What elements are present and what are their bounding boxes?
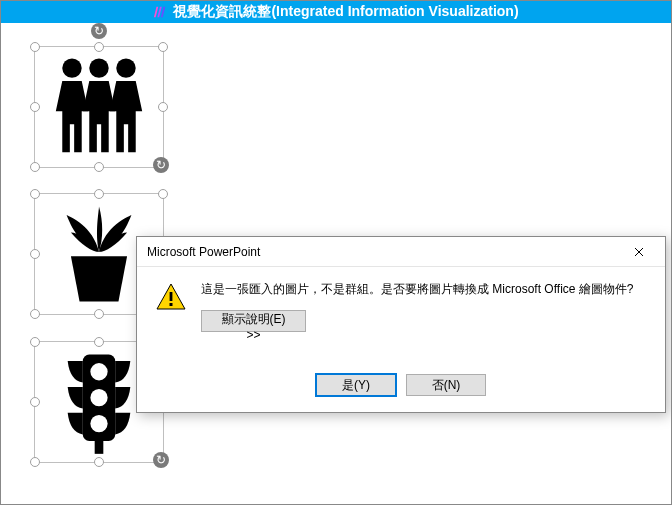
dialog-title: Microsoft PowerPoint: [147, 245, 260, 259]
svg-rect-7: [95, 441, 104, 454]
resize-handle[interactable]: [30, 102, 40, 112]
warning-icon: [155, 281, 187, 313]
dialog-footer: 是(Y) 否(N): [137, 364, 665, 412]
dialog-body: 這是一張匯入的圖片，不是群組。是否要將圖片轉換成 Microsoft Offic…: [137, 267, 665, 364]
no-button[interactable]: 否(N): [406, 374, 486, 396]
resize-handle[interactable]: [94, 457, 104, 467]
svg-point-2: [116, 58, 135, 77]
resize-handle[interactable]: [30, 397, 40, 407]
resize-handle[interactable]: [30, 249, 40, 259]
svg-point-4: [90, 363, 107, 380]
slide-title: 視覺化資訊統整(Integrated Information Visualiza…: [173, 3, 518, 21]
resize-handle[interactable]: [30, 42, 40, 52]
resize-handle[interactable]: [94, 337, 104, 347]
svg-point-0: [62, 58, 81, 77]
resize-handle[interactable]: [158, 102, 168, 112]
svg-rect-9: [170, 303, 173, 306]
resize-handle[interactable]: [30, 457, 40, 467]
rotate-handle-icon[interactable]: ↻: [91, 23, 107, 39]
resize-handle[interactable]: [30, 309, 40, 319]
resize-handle[interactable]: [94, 162, 104, 172]
resize-handle[interactable]: [30, 189, 40, 199]
people-group-icon: [41, 53, 157, 161]
resize-handle[interactable]: [94, 42, 104, 52]
svg-rect-8: [170, 292, 173, 301]
dialog: Microsoft PowerPoint 這是一張匯入的圖片，不是群組。是否要將…: [136, 236, 666, 413]
slide-title-bar: 視覺化資訊統整(Integrated Information Visualiza…: [1, 1, 671, 23]
yes-button[interactable]: 是(Y): [316, 374, 396, 396]
close-icon[interactable]: [621, 240, 657, 264]
svg-point-5: [90, 389, 107, 406]
expand-help-button[interactable]: 顯示說明(E) >>: [201, 310, 306, 332]
resize-handle[interactable]: [30, 162, 40, 172]
resize-handle[interactable]: [30, 337, 40, 347]
app-logo: [153, 5, 167, 19]
resize-handle[interactable]: [94, 309, 104, 319]
resize-handle[interactable]: [158, 42, 168, 52]
dialog-titlebar[interactable]: Microsoft PowerPoint: [137, 237, 665, 267]
resize-handle[interactable]: [94, 189, 104, 199]
shape-people[interactable]: ↻ ↻: [34, 46, 164, 168]
resize-handle[interactable]: [158, 189, 168, 199]
svg-point-6: [90, 415, 107, 432]
slide-canvas[interactable]: ↻ ↻ ↻: [1, 23, 671, 504]
dialog-message: 這是一張匯入的圖片，不是群組。是否要將圖片轉換成 Microsoft Offic…: [201, 281, 651, 298]
svg-point-1: [89, 58, 108, 77]
